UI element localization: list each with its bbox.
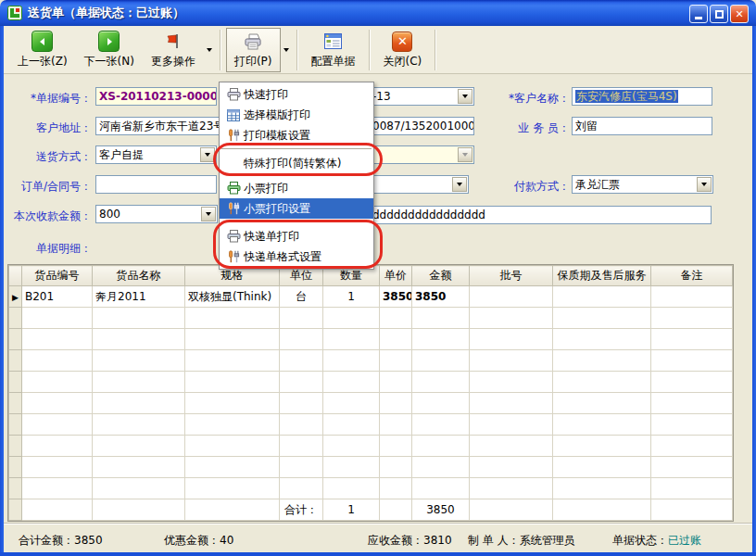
empty-cell[interactable] — [380, 393, 412, 414]
empty-cell[interactable] — [22, 308, 93, 329]
empty-cell[interactable] — [280, 457, 323, 478]
empty-cell[interactable] — [323, 436, 380, 457]
empty-cell[interactable] — [412, 478, 470, 499]
empty-cell[interactable] — [93, 478, 185, 499]
empty-cell[interactable] — [93, 308, 185, 329]
empty-cell[interactable] — [280, 414, 323, 436]
empty-cell[interactable] — [412, 329, 470, 350]
remark-input[interactable]: dddddddddddddddd — [315, 206, 712, 224]
empty-cell[interactable] — [22, 457, 93, 478]
empty-cell[interactable] — [22, 372, 93, 393]
empty-cell[interactable] — [380, 308, 412, 329]
empty-cell[interactable] — [651, 308, 733, 329]
empty-cell[interactable] — [323, 372, 380, 393]
empty-cell[interactable] — [185, 329, 280, 350]
empty-cell[interactable] — [280, 350, 323, 372]
empty-cell[interactable] — [470, 414, 553, 436]
empty-cell[interactable] — [185, 414, 280, 436]
cell-unit[interactable]: 台 — [280, 286, 323, 308]
empty-cell[interactable] — [553, 308, 651, 329]
empty-cell[interactable] — [470, 308, 553, 329]
empty-cell[interactable] — [323, 329, 380, 350]
empty-cell[interactable] — [553, 436, 651, 457]
configure-doc-button[interactable]: 配置单据 — [303, 28, 364, 72]
empty-cell[interactable] — [651, 414, 733, 436]
empty-cell[interactable] — [22, 414, 93, 436]
empty-cell[interactable] — [93, 329, 185, 350]
payment-amount-combobox[interactable]: 800 — [95, 205, 218, 223]
empty-cell[interactable] — [412, 457, 470, 478]
empty-cell[interactable] — [380, 478, 412, 499]
cell-warranty[interactable] — [553, 286, 651, 308]
cell-batch[interactable] — [470, 286, 553, 308]
empty-cell[interactable] — [93, 457, 185, 478]
empty-cell[interactable] — [651, 393, 733, 414]
empty-cell[interactable] — [651, 457, 733, 478]
menu-item-special-print[interactable]: 特殊打印(简转繁体) — [220, 153, 373, 173]
empty-cell[interactable] — [22, 393, 93, 414]
print-button[interactable]: 打印(P) — [226, 28, 281, 72]
empty-cell[interactable] — [651, 478, 733, 499]
delivery-method-combobox[interactable]: 客户自提 — [95, 145, 217, 164]
empty-cell[interactable] — [323, 393, 380, 414]
empty-cell[interactable] — [93, 393, 185, 414]
empty-cell[interactable] — [651, 329, 733, 350]
empty-cell[interactable] — [470, 457, 553, 478]
empty-cell[interactable] — [280, 478, 323, 499]
empty-cell[interactable] — [380, 457, 412, 478]
empty-cell[interactable] — [651, 372, 733, 393]
salesman-input[interactable]: 刘留 — [572, 117, 712, 135]
chevron-down-icon[interactable] — [697, 177, 712, 192]
menu-item-receipt-print[interactable]: 小票打印 — [220, 178, 373, 198]
empty-cell[interactable] — [470, 478, 553, 499]
empty-cell[interactable] — [323, 478, 380, 499]
empty-cell[interactable] — [412, 393, 470, 414]
minimize-button[interactable] — [689, 5, 708, 23]
chevron-down-icon[interactable] — [452, 177, 467, 192]
empty-cell[interactable] — [553, 478, 651, 499]
order-no-input[interactable] — [95, 175, 217, 194]
empty-cell[interactable] — [412, 372, 470, 393]
empty-cell[interactable] — [470, 393, 553, 414]
print-dropdown-arrow[interactable] — [281, 30, 292, 70]
more-actions-dropdown-arrow[interactable] — [204, 30, 215, 70]
empty-cell[interactable] — [93, 350, 185, 372]
empty-cell[interactable] — [93, 436, 185, 457]
empty-cell[interactable] — [323, 457, 380, 478]
maximize-button[interactable] — [710, 5, 728, 23]
menu-item-express-format-setup[interactable]: 快递单格式设置 — [220, 246, 373, 267]
empty-cell[interactable] — [412, 350, 470, 372]
empty-cell[interactable] — [185, 436, 280, 457]
cell-price[interactable]: 3850 — [380, 286, 412, 308]
empty-cell[interactable] — [412, 308, 470, 329]
close-button[interactable]: ✕ — [730, 5, 749, 23]
empty-cell[interactable] — [323, 308, 380, 329]
menu-item-receipt-print-setup[interactable]: 小票打印设置 — [220, 198, 373, 219]
empty-cell[interactable] — [22, 329, 93, 350]
chevron-down-icon[interactable] — [200, 147, 215, 162]
empty-cell[interactable] — [412, 414, 470, 436]
empty-cell[interactable] — [185, 478, 280, 499]
empty-cell[interactable] — [93, 414, 185, 436]
more-actions-button[interactable]: 更多操作 — [143, 28, 204, 72]
empty-cell[interactable] — [323, 350, 380, 372]
empty-cell[interactable] — [185, 372, 280, 393]
empty-cell[interactable] — [185, 350, 280, 372]
cell-qty[interactable]: 1 — [323, 286, 380, 308]
prev-record-button[interactable]: 上一张(Z) — [9, 28, 76, 72]
payment-method-combobox[interactable]: 承兑汇票 — [572, 175, 713, 194]
empty-cell[interactable] — [553, 414, 651, 436]
empty-cell[interactable] — [651, 350, 733, 372]
empty-cell[interactable] — [470, 329, 553, 350]
cell-amount[interactable]: 3850 — [412, 286, 470, 308]
empty-cell[interactable] — [280, 329, 323, 350]
empty-cell[interactable] — [380, 372, 412, 393]
cell-name[interactable]: 奔月2011 — [93, 286, 185, 308]
customer-name-input[interactable]: 东安汽修店(宝马4S) — [572, 87, 712, 106]
menu-item-template-print[interactable]: 选择模版打印 — [220, 105, 373, 125]
empty-cell[interactable] — [323, 414, 380, 436]
empty-cell[interactable] — [470, 436, 553, 457]
empty-cell[interactable] — [280, 372, 323, 393]
empty-cell[interactable] — [380, 329, 412, 350]
empty-cell[interactable] — [280, 308, 323, 329]
